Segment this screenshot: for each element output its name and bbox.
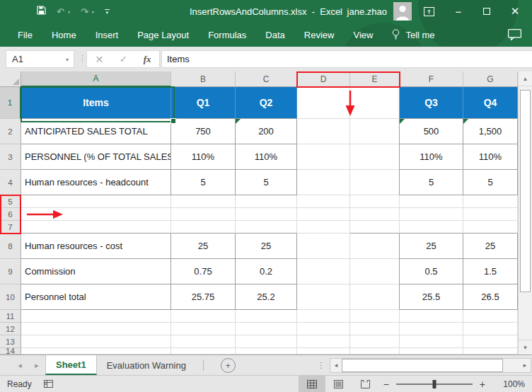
vertical-scrollbar-thumb[interactable] [520,90,531,292]
cell-B12[interactable] [171,323,236,335]
cell-C4[interactable]: 5 [236,170,297,195]
save-icon[interactable] [37,6,46,17]
ribbon-tab-data[interactable]: Data [265,30,284,40]
cell-C1[interactable]: Q2 [236,87,297,119]
cell-F6[interactable] [400,208,463,221]
row-header-2[interactable]: 2 [0,119,21,144]
cell-D11[interactable] [297,310,350,323]
cell-A5[interactable] [21,195,171,208]
cell-G7[interactable] [463,221,518,234]
row-header-11[interactable]: 11 [0,310,21,323]
ribbon-tab-home[interactable]: Home [52,30,76,40]
cell-F3[interactable]: 110% [400,144,463,170]
row-header-14[interactable]: 14 [0,348,21,354]
scroll-down-icon[interactable]: ▼ [519,340,532,354]
cell-E9[interactable] [350,259,400,284]
cell-C9[interactable]: 0.2 [236,259,297,284]
cell-A4[interactable]: Human resources - headcount [21,170,171,195]
row-header-3[interactable]: 3 [0,144,21,170]
cell-C11[interactable] [236,310,297,323]
horizontal-scrollbar[interactable]: ◂ ▸ [330,358,531,373]
cell-F7[interactable] [400,221,463,234]
cell-F1[interactable]: Q3 [400,87,463,119]
cell-F11[interactable] [400,310,463,323]
previous-sheet-icon[interactable]: ◂ [11,355,28,375]
row-header-1[interactable]: 1 [0,87,21,119]
cell-E13[interactable] [350,335,400,348]
cell-A6[interactable] [21,208,171,221]
cell-E14[interactable] [350,348,400,354]
formula-input[interactable]: Items [161,50,532,68]
cell-A12[interactable] [21,323,171,335]
cell-A1[interactable]: Items [21,87,171,119]
cell-E8[interactable] [350,234,400,259]
cell-G1[interactable]: Q4 [463,87,518,119]
row-header-9[interactable]: 9 [0,259,21,284]
maximize-button[interactable] [473,0,501,23]
insert-function-icon[interactable]: fx [144,54,151,65]
column-header-E[interactable]: E [350,71,400,87]
cell-A10[interactable]: Personnel total [21,284,171,310]
zoom-level[interactable]: 100% [495,379,525,389]
row-header-5[interactable]: 5 [0,195,21,208]
cell-G9[interactable]: 1.5 [463,259,518,284]
cell-A11[interactable] [21,310,171,323]
column-header-B[interactable]: B [171,71,236,87]
cell-G5[interactable] [463,195,518,208]
zoom-out-button[interactable]: − [383,379,389,390]
cell-D9[interactable] [297,259,350,284]
scroll-up-icon[interactable]: ▲ [519,71,532,86]
column-header-D[interactable]: D [297,71,350,87]
cell-D8[interactable] [297,234,350,259]
cell-A2[interactable]: ANTICIPATED SALES TOTAL [21,119,171,144]
row-header-12[interactable]: 12 [0,323,21,335]
cell-F2[interactable]: 500 [400,119,463,144]
cell-E12[interactable] [350,323,400,335]
ribbon-tab-review[interactable]: Review [304,30,335,40]
sheet-tab-evaluation-warning[interactable]: Evaluation Warning [97,355,196,375]
column-header-F[interactable]: F [400,71,463,87]
zoom-in-button[interactable]: + [480,379,485,390]
cell-B4[interactable]: 5 [171,170,236,195]
close-button[interactable]: ✕ [501,0,529,23]
ribbon-tab-file[interactable]: File [18,30,33,40]
cell-A8[interactable]: Human resources - cost [21,234,171,259]
ribbon-tab-page-layout[interactable]: Page Layout [137,30,189,40]
cell-G8[interactable]: 25 [463,234,518,259]
cell-E5[interactable] [350,195,400,208]
cell-B10[interactable]: 25.75 [171,284,236,310]
user-avatar[interactable] [393,2,412,21]
enter-icon[interactable]: ✓ [120,54,127,64]
cell-B8[interactable]: 25 [171,234,236,259]
name-box[interactable]: A1 ▾ [6,50,74,68]
cell-B6[interactable] [171,208,236,221]
column-header-C[interactable]: C [236,71,297,87]
cell-G4[interactable]: 5 [463,170,518,195]
cell-D10[interactable] [297,284,350,310]
cell-E11[interactable] [350,310,400,323]
cell-C3[interactable]: 110% [236,144,297,170]
cell-D1[interactable] [297,87,350,119]
cell-D2[interactable] [297,119,350,144]
cell-A7[interactable] [21,221,171,234]
cell-A14[interactable] [21,348,171,354]
comment-icon[interactable] [508,29,521,42]
cell-G13[interactable] [463,335,518,348]
cell-B3[interactable]: 110% [171,144,236,170]
cell-C14[interactable] [236,348,297,354]
row-header-6[interactable]: 6 [0,208,21,221]
cell-B9[interactable]: 0.75 [171,259,236,284]
new-sheet-button[interactable]: + [221,358,236,373]
horizontal-scrollbar-thumb[interactable] [342,359,503,372]
cell-D12[interactable] [297,323,350,335]
cell-E4[interactable] [350,170,400,195]
cell-G12[interactable] [463,323,518,335]
cell-D13[interactable] [297,335,350,348]
macro-record-icon[interactable] [44,380,53,388]
cell-F13[interactable] [400,335,463,348]
cell-D5[interactable] [297,195,350,208]
cell-D14[interactable] [297,348,350,354]
cell-E6[interactable] [350,208,400,221]
vertical-scrollbar[interactable]: ▲ ▼ [518,71,532,354]
cell-C6[interactable] [236,208,297,221]
